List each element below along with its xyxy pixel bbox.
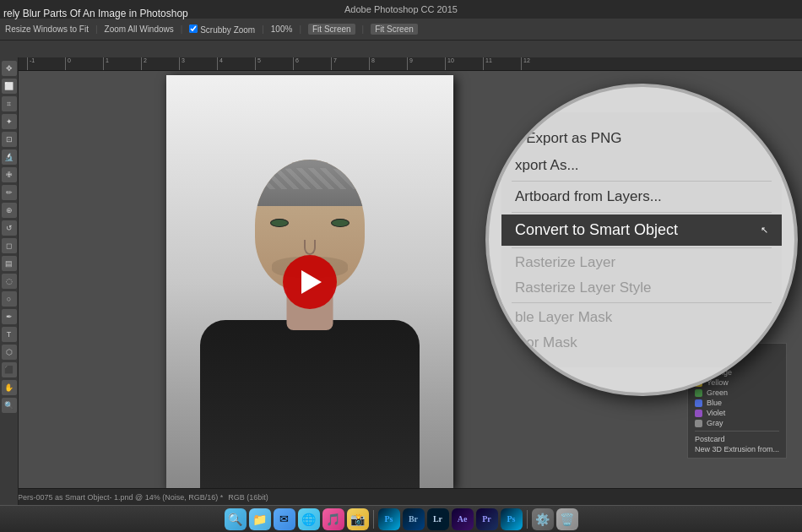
menu-item-rasterize-style[interactable]: Rasterize Layer Style	[501, 275, 782, 301]
toolbar-zoom-all[interactable]: Zoom All Windows	[105, 24, 174, 34]
menu-item-export-png[interactable]: k Export as PNG	[501, 125, 782, 152]
dock-ae[interactable]: Ae	[452, 508, 474, 530]
color-dot	[695, 389, 702, 397]
menu-item-artboard[interactable]: Artboard from Layers...	[501, 183, 782, 210]
mac-dock: 🔍 📁 ✉ 🌐 🎵 📸 Ps Br Lr Ae Pr Ps ⚙️ 🗑️	[0, 505, 802, 532]
tool-select-rect[interactable]: ⬜	[2, 79, 17, 94]
color-dot	[695, 399, 702, 407]
tool-blur[interactable]: ◌	[2, 274, 17, 289]
tool-shape[interactable]: ⬛	[2, 362, 17, 377]
tool-eyedropper[interactable]: 🔬	[2, 149, 17, 165]
ruler-horizontal: -10123456789101112	[19, 57, 802, 71]
tool-magic-wand[interactable]: ✦	[2, 114, 17, 129]
context-menu-content: k Export as PNG xport As... Artboard fro…	[501, 112, 782, 367]
scrubby-checkbox[interactable]	[189, 24, 198, 33]
dock-finder[interactable]: 🔍	[225, 508, 247, 530]
toolbar-resize[interactable]: Resize Windows to Fit	[5, 24, 89, 34]
status-info: Pers-0075 as Smart Object- 1.pnd @ 14% (…	[18, 493, 223, 502]
dock-separator-1	[373, 510, 374, 529]
toolbar-sep4: |	[299, 24, 301, 34]
toolbar-zoom-pct: 100%	[271, 24, 293, 34]
color-dot	[695, 420, 702, 427]
tool-history[interactable]: ↺	[2, 220, 17, 236]
left-eye	[270, 219, 289, 227]
dock-ps[interactable]: Ps	[378, 508, 400, 530]
menu-item-rasterize[interactable]: Rasterize Layer	[501, 250, 782, 275]
toolbar-scrubby[interactable]: Scrubby Zoom	[189, 24, 255, 35]
canvas-wrapper: ✥ ⬜ ⌗ ✦ ⊡ 🔬 ✙ ✏ ⊕ ↺ ◻ ▤ ◌ ○ ✒ T ⬡ ⬛ ✋ 🔍	[0, 57, 802, 505]
toolbar-sep5: |	[362, 24, 365, 34]
fit-screen-btn1[interactable]: Fit Screen	[308, 24, 355, 35]
tool-heal[interactable]: ✙	[2, 167, 17, 182]
person-body	[200, 320, 420, 489]
tool-pen[interactable]: ✒	[2, 309, 17, 324]
postcard-item[interactable]: Postcard	[695, 434, 779, 444]
color-label-green[interactable]: Green	[695, 388, 779, 398]
play-button[interactable]	[283, 255, 337, 309]
tool-move[interactable]: ✥	[2, 61, 17, 76]
video-title: rely Blur Parts Of An Image in Photoshop	[0, 6, 192, 21]
dock-mail[interactable]: ✉	[274, 508, 295, 530]
toolbar-sep2: |	[181, 24, 183, 34]
person-bandana	[255, 160, 365, 206]
toolbar-sep1: |	[95, 24, 98, 34]
dock-separator-2	[527, 510, 528, 529]
tool-eraser[interactable]: ◻	[2, 238, 17, 253]
menu-item-convert-smart[interactable]: Convert to Smart Object ↖	[501, 214, 782, 246]
color-label-text: Violet	[707, 409, 725, 417]
color-label-blue[interactable]: Blue	[695, 398, 779, 408]
tool-path[interactable]: ⬡	[2, 345, 17, 360]
tool-hand[interactable]: ✋	[2, 380, 17, 395]
menu-separator-4	[512, 302, 772, 303]
toolbar-sep3: |	[262, 24, 264, 34]
dock-music[interactable]: 🎵	[322, 508, 344, 530]
tool-brush[interactable]: ✏	[2, 185, 17, 200]
status-size: RGB (16bit)	[228, 493, 268, 502]
zoom-circle-overlay: k Export as PNG xport As... Artboard fro…	[485, 84, 798, 396]
cursor-indicator: ↖	[761, 225, 768, 236]
extrusion-item[interactable]: New 3D Extrusion from...	[695, 444, 779, 454]
tool-lasso[interactable]: ⌗	[2, 96, 17, 111]
menu-separator-2	[512, 212, 772, 213]
app-title: Adobe Photoshop CC 2015	[344, 4, 458, 14]
status-bar: ▶ Pers-0075 as Smart Object- 1.pnd @ 14%…	[0, 488, 802, 505]
color-label-text: Gray	[707, 419, 723, 427]
image-frame	[166, 75, 453, 489]
color-dot	[695, 410, 702, 417]
color-label-text: Blue	[707, 399, 722, 407]
bandana-pattern	[263, 168, 356, 189]
tool-zoom[interactable]: 🔍	[2, 398, 17, 413]
menu-item-vector-mask[interactable]: ctor Mask	[501, 330, 782, 356]
dock-lightroom[interactable]: Lr	[427, 508, 449, 530]
right-eye	[331, 219, 350, 227]
left-tools-panel: ✥ ⬜ ⌗ ✦ ⊡ 🔬 ✙ ✏ ⊕ ↺ ◻ ▤ ◌ ○ ✒ T ⬡ ⬛ ✋ 🔍	[0, 57, 19, 505]
dock-folder[interactable]: 📁	[249, 508, 271, 530]
dock-pr[interactable]: Pr	[476, 508, 498, 530]
menu-item-layer-mask[interactable]: ble Layer Mask	[501, 305, 782, 330]
fit-screen-btn2[interactable]: Fit Screen	[371, 24, 418, 35]
photoshop-canvas[interactable]: k Export as PNG xport As... Artboard fro…	[19, 71, 802, 505]
tool-dodge[interactable]: ○	[2, 291, 17, 307]
color-label-text: Green	[707, 388, 728, 397]
dock-bridge[interactable]: Br	[403, 508, 425, 530]
color-label-gray[interactable]: Gray	[695, 418, 779, 428]
toolbar: Resize Windows to Fit | Zoom All Windows…	[0, 19, 802, 41]
dock-settings[interactable]: ⚙️	[532, 508, 554, 530]
dock-trash[interactable]: 🗑️	[556, 508, 578, 530]
dock-ps2[interactable]: Ps	[501, 508, 523, 530]
dock-safari[interactable]: 🌐	[298, 508, 320, 530]
app-container: Adobe Photoshop CC 2015 Resize Windows t…	[0, 0, 802, 532]
menu-separator-1	[512, 181, 772, 182]
color-label-violet[interactable]: Violet	[695, 408, 779, 418]
dock-photos[interactable]: 📸	[347, 508, 369, 530]
color-labels-sep	[695, 431, 779, 432]
tool-text[interactable]: T	[2, 327, 17, 342]
nose	[304, 240, 316, 255]
tool-stamp[interactable]: ⊕	[2, 203, 17, 218]
tool-gradient[interactable]: ▤	[2, 256, 17, 271]
menu-separator-3	[512, 247, 772, 248]
menu-item-export-as[interactable]: xport As...	[501, 152, 782, 179]
tool-crop[interactable]: ⊡	[2, 132, 17, 147]
